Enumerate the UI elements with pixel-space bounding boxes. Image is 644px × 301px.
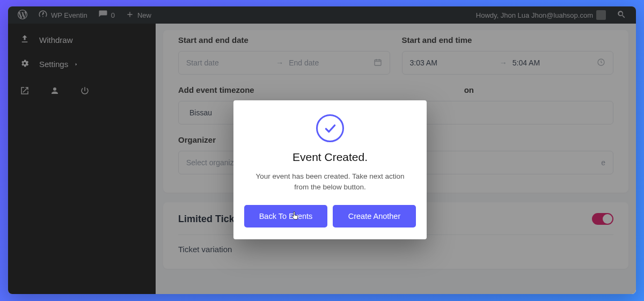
back-to-events-button[interactable]: Back To Events <box>244 205 327 227</box>
event-created-modal: Event Created. Your event has been creat… <box>233 100 427 239</box>
create-another-button[interactable]: Create Another <box>333 205 416 227</box>
success-check-icon <box>316 114 344 142</box>
app-window: WP Eventin 0 New Howdy, Jhon Lua Jhon@lu… <box>8 6 636 294</box>
modal-body: Your event has been created. Take next a… <box>244 171 416 192</box>
modal-title: Event Created. <box>244 151 416 164</box>
